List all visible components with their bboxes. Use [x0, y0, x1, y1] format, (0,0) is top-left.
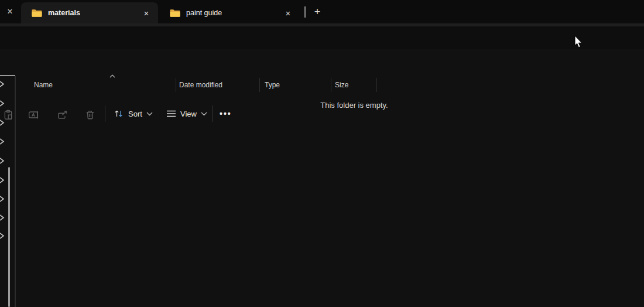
rename-button[interactable] — [26, 107, 42, 123]
tree-chevron-icon[interactable] — [0, 214, 5, 221]
sort-button[interactable]: Sort — [110, 104, 156, 123]
sort-arrows-icon — [114, 109, 124, 118]
column-separator[interactable] — [331, 78, 331, 92]
delete-button[interactable] — [82, 107, 98, 123]
tab-bar-divider — [304, 6, 306, 18]
close-icon[interactable]: × — [4, 5, 16, 18]
tab-paint-guide[interactable]: paint guide × — [159, 2, 300, 23]
tab-label: paint guide — [186, 9, 282, 17]
sidebar-top-separator — [0, 75, 15, 76]
toolbar-divider — [212, 105, 213, 122]
tab-bar: × materials × paint guide × + — [0, 0, 644, 23]
tree-chevron-icon[interactable] — [0, 138, 5, 145]
view-label: View — [180, 110, 197, 118]
sidebar-main-divider[interactable] — [15, 76, 16, 307]
tab-materials[interactable]: materials × — [21, 2, 158, 23]
column-separator[interactable] — [376, 78, 377, 92]
tree-chevron-icon[interactable] — [0, 195, 5, 203]
column-header-type[interactable]: Type — [265, 81, 280, 89]
command-toolbar: Sort View ••• — [0, 49, 644, 77]
tree-chevron-icon[interactable] — [0, 119, 5, 127]
view-lines-icon — [166, 110, 176, 118]
column-separator[interactable] — [259, 78, 260, 92]
chevron-down-icon — [146, 112, 153, 116]
sort-label: Sort — [128, 110, 142, 118]
tab-label: materials — [48, 9, 141, 17]
rename-icon — [28, 110, 40, 120]
view-button[interactable]: View — [163, 104, 211, 123]
tree-chevron-icon[interactable] — [0, 100, 5, 107]
close-tab-icon[interactable]: × — [141, 7, 152, 19]
new-tab-button[interactable]: + — [311, 5, 324, 18]
column-header-row: Name Date modified Type Size — [16, 77, 644, 93]
column-header-size[interactable]: Size — [335, 81, 348, 89]
empty-folder-message: This folder is empty. — [266, 101, 442, 110]
see-more-button[interactable]: ••• — [220, 104, 232, 123]
tree-chevron-icon[interactable] — [0, 157, 5, 165]
column-header-name[interactable]: Name — [34, 81, 53, 89]
sort-ascending-icon — [109, 74, 115, 78]
trash-icon — [85, 110, 95, 120]
column-separator[interactable] — [176, 78, 176, 92]
share-button[interactable] — [54, 107, 70, 123]
file-explorer-window: × materials × paint guide × + — [0, 0, 644, 307]
toolbar-divider — [105, 105, 105, 122]
tree-chevron-icon[interactable] — [0, 176, 5, 184]
chevron-down-icon — [201, 112, 207, 116]
tree-chevron-icon[interactable] — [0, 232, 5, 240]
sidebar-scrollbar[interactable] — [8, 167, 10, 307]
tree-chevron-icon[interactable] — [0, 80, 5, 88]
mouse-cursor — [574, 36, 583, 48]
close-tab-icon[interactable]: × — [282, 7, 294, 19]
folder-icon — [170, 9, 180, 18]
share-icon — [57, 110, 68, 120]
column-header-date-modified[interactable]: Date modified — [179, 81, 222, 89]
folder-icon — [32, 9, 42, 18]
navigation-row: › This PC › SSD 2 (D:) › SteamLibrary › … — [0, 26, 644, 49]
